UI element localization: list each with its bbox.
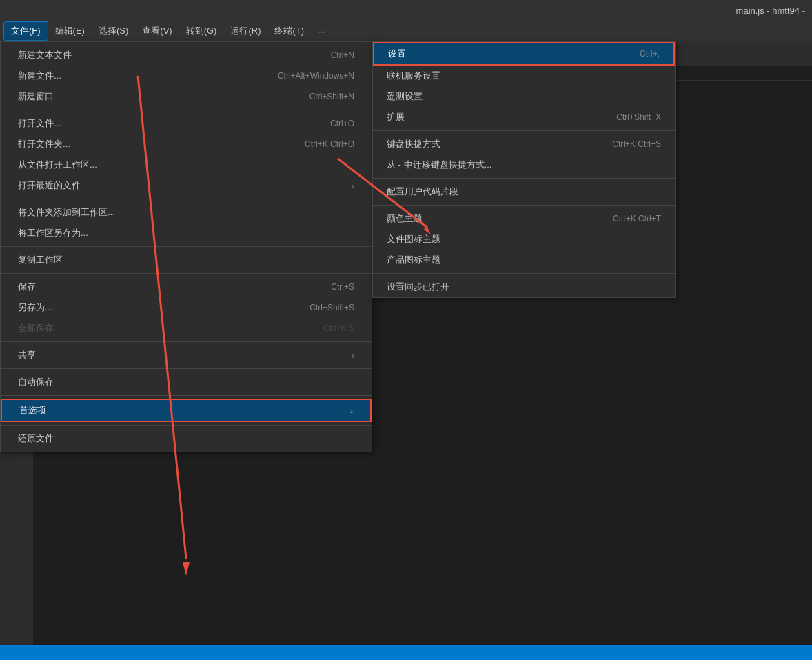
menu-label: 将文件夹添加到工作区... [18, 206, 115, 219]
menu-label: 打开最近的文件 [18, 179, 81, 192]
menu-save-as[interactable]: 另存为... Ctrl+Shift+S [1, 297, 372, 318]
menu-terminal[interactable]: 终端(T) [267, 22, 311, 40]
prefs-divider-4 [373, 273, 675, 274]
prefs-label: 配置用户代码片段 [387, 186, 458, 198]
prefs-divider-2 [373, 178, 675, 179]
menu-file[interactable]: 文件(F) [3, 21, 48, 41]
menu-label: 自动保存 [18, 376, 54, 388]
menu-new-text-file[interactable]: 新建文本文件 Ctrl+N [1, 45, 372, 66]
menu-group-duplicate: 复制工作区 [1, 247, 372, 274]
menu-open-file[interactable]: 打开文件... Ctrl+O [1, 113, 372, 134]
menu-group-new: 新建文本文件 Ctrl+N 新建文件... Ctrl+Alt+Windows+N… [1, 42, 372, 110]
prefs-label: 文件图标主题 [387, 233, 440, 246]
menu-label: 另存为... [18, 301, 52, 314]
menu-label: 将工作区另存为... [18, 227, 88, 239]
menu-revert-file[interactable]: 还原文件 [1, 428, 372, 449]
menu-open-folder[interactable]: 打开文件夹... Ctrl+K Ctrl+O [1, 134, 372, 154]
menu-group-revert: 还原文件 [1, 426, 372, 452]
prefs-submenu: 设置 Ctrl+, 联机服务设置 遥测设置 扩展 Ctrl+Shift+X 键盘… [372, 41, 676, 298]
menu-auto-save[interactable]: 自动保存 [1, 372, 372, 392]
title-bar: main.js - hmtt94 - [0, 0, 812, 21]
shortcut: Ctrl+K Ctrl+S [612, 139, 661, 149]
menu-group-autosave: 自动保存 [1, 369, 372, 396]
prefs-label: 遥测设置 [387, 90, 423, 103]
menu-new-window[interactable]: 新建窗口 Ctrl+Shift+N [1, 86, 372, 107]
prefs-settings-sync[interactable]: 设置同步已打开 [373, 277, 675, 297]
shortcut: Ctrl+Shift+S [309, 303, 354, 312]
menu-label: 共享 [18, 349, 36, 361]
prefs-extensions[interactable]: 扩展 Ctrl+Shift+X [373, 107, 675, 128]
menu-bar: 文件(F) 编辑(E) 选择(S) 查看(V) 转到(G) 运行(R) 终端(T… [0, 21, 812, 41]
submenu-arrow: › [352, 181, 354, 191]
menu-save[interactable]: 保存 Ctrl+S [1, 277, 372, 297]
menu-label: 复制工作区 [18, 254, 63, 266]
prefs-divider-3 [373, 205, 675, 206]
prefs-keyboard-shortcuts[interactable]: 键盘快捷方式 Ctrl+K Ctrl+S [373, 134, 675, 154]
prefs-snippets[interactable]: 配置用户代码片段 [373, 181, 675, 202]
menu-label: 首选项 [19, 404, 46, 417]
menu-goto[interactable]: 转到(G) [179, 22, 224, 40]
menu-recent[interactable]: 打开最近的文件 › [1, 175, 372, 196]
menu-save-workspace[interactable]: 将工作区另存为... [1, 223, 372, 243]
menu-run[interactable]: 运行(R) [223, 22, 267, 40]
menu-label: 新建文件... [18, 70, 61, 82]
menu-group-open: 打开文件... Ctrl+O 打开文件夹... Ctrl+K Ctrl+O 从文… [1, 110, 372, 199]
prefs-label: 从 - 中迁移键盘快捷方式... [387, 159, 491, 171]
menu-open-workspace[interactable]: 从文件打开工作区... [1, 154, 372, 175]
menu-label: 从文件打开工作区... [18, 159, 97, 171]
prefs-color-theme[interactable]: 颜色主题 Ctrl+K Ctrl+T [373, 208, 675, 229]
menu-share[interactable]: 共享 › [1, 345, 372, 366]
menu-group-workspace: 将文件夹添加到工作区... 将工作区另存为... [1, 199, 372, 247]
menu-select[interactable]: 选择(S) [92, 22, 135, 40]
menu-group-prefs: 首选项 › [1, 396, 372, 426]
prefs-label: 颜色主题 [387, 212, 423, 225]
menu-edit[interactable]: 编辑(E) [48, 22, 92, 40]
prefs-label: 产品图标主题 [387, 254, 440, 266]
prefs-settings[interactable]: 设置 Ctrl+, [373, 42, 675, 66]
menu-label: 还原文件 [18, 432, 54, 445]
menu-label: 保存 [18, 281, 36, 293]
prefs-telemetry[interactable]: 遥测设置 [373, 86, 675, 107]
title-bar-text: main.js - hmtt94 - [736, 6, 805, 16]
shortcut: Ctrl+S [331, 282, 354, 292]
menu-group-share: 共享 › [1, 342, 372, 369]
prefs-product-icon-theme[interactable]: 产品图标主题 [373, 250, 675, 270]
menu-label: 新建窗口 [18, 90, 54, 103]
menu-save-all: 全部保存 Ctrl+K S [1, 318, 372, 339]
menu-label: 打开文件... [18, 117, 61, 130]
submenu-arrow: › [352, 350, 354, 361]
prefs-divider-1 [373, 130, 675, 131]
shortcut: Ctrl+K Ctrl+O [305, 139, 354, 149]
prefs-label: 联机服务设置 [387, 70, 440, 82]
status-bar [0, 645, 812, 660]
menu-add-folder[interactable]: 将文件夹添加到工作区... [1, 202, 372, 223]
menu-more[interactable]: ··· [311, 23, 332, 39]
shortcut: Ctrl+K Ctrl+T [613, 214, 661, 223]
prefs-file-icon-theme[interactable]: 文件图标主题 [373, 229, 675, 250]
menu-label: 全部保存 [18, 322, 54, 334]
menu-preferences[interactable]: 首选项 › [1, 399, 372, 422]
menu-duplicate-workspace[interactable]: 复制工作区 [1, 250, 372, 270]
menu-new-file[interactable]: 新建文件... Ctrl+Alt+Windows+N [1, 66, 372, 86]
file-menu-dropdown: 新建文本文件 Ctrl+N 新建文件... Ctrl+Alt+Windows+N… [0, 41, 372, 452]
menu-group-save: 保存 Ctrl+S 另存为... Ctrl+Shift+S 全部保存 Ctrl+… [1, 274, 372, 342]
prefs-migrate-keyboard[interactable]: 从 - 中迁移键盘快捷方式... [373, 154, 675, 175]
shortcut: Ctrl+Shift+N [309, 92, 354, 101]
shortcut: Ctrl+K S [323, 323, 354, 333]
menu-label: 新建文本文件 [18, 49, 72, 61]
shortcut: Ctrl+N [331, 50, 354, 60]
menu-view[interactable]: 查看(V) [135, 22, 179, 40]
shortcut: Ctrl+, [640, 49, 660, 59]
submenu-arrow: › [350, 406, 353, 416]
prefs-label: 扩展 [387, 111, 405, 123]
prefs-label: 设置 [388, 48, 406, 60]
shortcut: Ctrl+Shift+X [616, 112, 661, 122]
prefs-online-services[interactable]: 联机服务设置 [373, 66, 675, 86]
prefs-label: 键盘快捷方式 [387, 138, 440, 150]
shortcut: Ctrl+Alt+Windows+N [278, 71, 354, 81]
shortcut: Ctrl+O [330, 119, 354, 128]
menu-label: 打开文件夹... [18, 138, 70, 150]
prefs-label: 设置同步已打开 [387, 281, 449, 293]
